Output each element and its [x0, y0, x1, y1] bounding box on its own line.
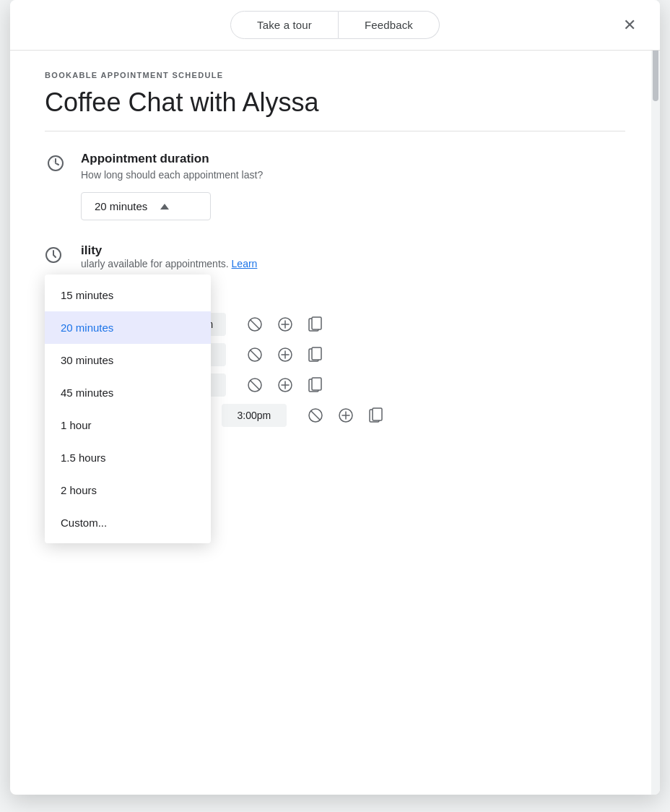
- option-custom[interactable]: Custom...: [45, 506, 211, 539]
- chevron-up-icon: [160, 204, 169, 210]
- svg-rect-18: [312, 347, 321, 360]
- copy-btn-3[interactable]: [304, 373, 327, 397]
- option-45min[interactable]: 45 minutes: [45, 376, 211, 409]
- page-title: Coffee Chat with Alyssa: [45, 87, 625, 118]
- svg-rect-32: [373, 408, 382, 420]
- section-label: BOOKABLE APPOINTMENT SCHEDULE: [45, 71, 625, 79]
- svg-rect-11: [312, 317, 321, 329]
- add-btn-2[interactable]: [274, 343, 297, 366]
- duration-selected-label: 20 minutes: [95, 200, 147, 212]
- add-btn-3[interactable]: [274, 373, 297, 397]
- option-30min[interactable]: 30 minutes: [45, 344, 211, 376]
- learn-link[interactable]: Learn: [232, 258, 258, 269]
- option-15min-label: 15 minutes: [61, 289, 113, 301]
- option-1-5hr-label: 1.5 hours: [61, 452, 106, 464]
- option-45min-label: 45 minutes: [61, 386, 113, 399]
- avail-actions-3: [243, 373, 327, 397]
- block-btn-3[interactable]: [243, 373, 266, 397]
- block-btn-2[interactable]: [243, 343, 266, 366]
- option-30min-label: 30 minutes: [61, 354, 113, 366]
- duration-dropdown-trigger[interactable]: 20 minutes: [81, 192, 211, 220]
- feedback-button[interactable]: Feedback: [339, 11, 440, 39]
- copy-btn-1[interactable]: [304, 313, 327, 336]
- option-20min-label: 20 minutes: [61, 321, 113, 334]
- duration-desc: How long should each appointment last?: [81, 169, 625, 181]
- scrollbar-track[interactable]: [651, 0, 660, 795]
- availability-icon: [45, 246, 66, 268]
- avail-actions-2: [243, 343, 327, 366]
- top-bar: Take a tour Feedback ✕: [10, 0, 660, 51]
- availability-title: ility: [81, 243, 625, 258]
- scrollbar-thumb[interactable]: [653, 43, 658, 101]
- appointment-duration-section: Appointment duration How long should eac…: [45, 152, 625, 220]
- svg-rect-25: [312, 378, 321, 390]
- block-btn-4[interactable]: [304, 404, 327, 427]
- svg-line-6: [250, 320, 259, 329]
- duration-dropdown-menu: 15 minutes 20 minutes 30 minutes 45 minu…: [45, 275, 211, 543]
- availability-desc-text: ularly available for appointments.: [81, 258, 229, 269]
- duration-title: Appointment duration: [81, 152, 625, 166]
- option-15min[interactable]: 15 minutes: [45, 279, 211, 311]
- add-btn-1[interactable]: [274, 313, 297, 336]
- avail-actions-4: [304, 404, 388, 427]
- take-tour-button[interactable]: Take a tour: [230, 11, 339, 39]
- duration-icon: [45, 155, 66, 172]
- avail-end-4[interactable]: 3:00pm: [222, 404, 287, 427]
- title-divider: [45, 131, 625, 131]
- copy-btn-4[interactable]: [365, 404, 388, 427]
- add-btn-4[interactable]: [334, 404, 357, 427]
- option-2hr[interactable]: 2 hours: [45, 474, 211, 506]
- option-2hr-label: 2 hours: [61, 484, 97, 496]
- svg-line-27: [310, 411, 320, 420]
- avail-actions-1: [243, 313, 327, 336]
- copy-btn-2[interactable]: [304, 343, 327, 366]
- option-1-5hr[interactable]: 1.5 hours: [45, 441, 211, 474]
- option-20min[interactable]: 20 minutes: [45, 311, 211, 344]
- option-custom-label: Custom...: [61, 517, 107, 529]
- availability-desc: ularly available for appointments. Learn: [81, 258, 625, 269]
- svg-line-13: [250, 350, 259, 360]
- block-btn-1[interactable]: [243, 313, 266, 336]
- option-1hr[interactable]: 1 hour: [45, 409, 211, 441]
- top-bar-buttons: Take a tour Feedback: [230, 11, 440, 39]
- svg-line-20: [250, 381, 259, 390]
- duration-content: Appointment duration How long should eac…: [81, 152, 625, 220]
- close-icon: ✕: [623, 16, 636, 35]
- option-1hr-label: 1 hour: [61, 419, 92, 431]
- close-button[interactable]: ✕: [617, 12, 643, 38]
